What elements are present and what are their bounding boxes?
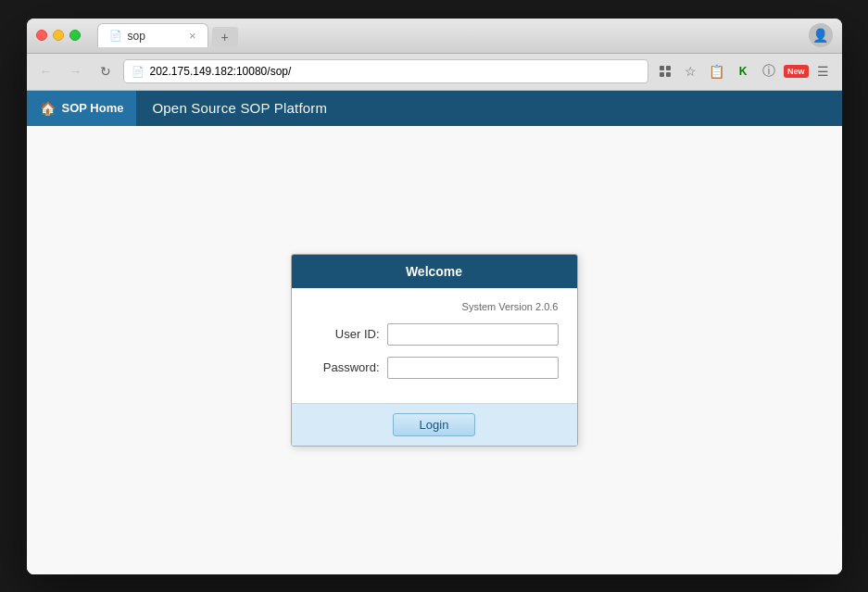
profile-button[interactable]: 👤: [809, 23, 833, 47]
user-id-label: User ID:: [310, 327, 380, 341]
toolbar-icons: ☆ 📋 K ⓘ New ☰: [654, 60, 835, 82]
password-row: Password:: [310, 357, 559, 379]
reading-list-icon[interactable]: 📋: [706, 60, 728, 82]
maximize-window-button[interactable]: [69, 30, 81, 41]
menu-icon[interactable]: ☰: [812, 60, 835, 82]
title-bar: 📄 sop × + 👤: [27, 19, 842, 54]
browser-window: 📄 sop × + 👤 ← → ↻ 📄 202.175.149.182:1008…: [27, 19, 842, 574]
login-card-header: Welcome: [292, 255, 577, 288]
svg-rect-1: [666, 66, 671, 70]
home-icon: 🏠: [40, 101, 56, 116]
traffic-lights: [36, 30, 81, 41]
svg-rect-0: [660, 66, 664, 70]
sop-home-button[interactable]: 🏠 SOP Home: [27, 91, 138, 126]
new-tab-button[interactable]: +: [212, 27, 238, 47]
app-title: Open Source SOP Platform: [137, 100, 327, 116]
nav-bar: ← → ↻ 📄 202.175.149.182:10080/sop/: [27, 54, 842, 91]
back-icon: ←: [40, 64, 53, 79]
tab-page-icon: 📄: [109, 30, 122, 42]
sop-home-label: SOP Home: [62, 101, 124, 115]
reload-button[interactable]: ↻: [94, 59, 118, 83]
login-card-footer: Login: [292, 403, 577, 446]
profile-icon: 👤: [812, 28, 828, 43]
page-icon: 📄: [132, 66, 145, 78]
user-id-row: User ID:: [310, 323, 559, 346]
svg-rect-2: [660, 72, 664, 77]
welcome-text: Welcome: [406, 264, 462, 279]
address-bar[interactable]: 📄 202.175.149.182:10080/sop/: [123, 59, 648, 83]
version-text: System Version 2.0.6: [310, 301, 559, 312]
kaspersky-icon[interactable]: K: [732, 60, 754, 82]
close-window-button[interactable]: [36, 30, 47, 41]
new-badge-button[interactable]: New: [784, 65, 809, 78]
tab-title: sop: [128, 30, 145, 43]
back-button[interactable]: ←: [34, 59, 58, 83]
password-input[interactable]: [387, 357, 559, 379]
svg-rect-3: [666, 72, 671, 77]
extension-icon[interactable]: [654, 60, 676, 82]
login-card: Welcome System Version 2.0.6 User ID: Pa…: [291, 254, 578, 447]
active-tab[interactable]: 📄 sop ×: [97, 23, 208, 47]
minimize-window-button[interactable]: [53, 30, 64, 41]
login-button[interactable]: Login: [393, 413, 476, 436]
info-icon[interactable]: ⓘ: [758, 60, 780, 82]
tab-bar: 📄 sop × +: [88, 23, 801, 47]
reload-icon: ↻: [100, 64, 111, 79]
tab-close-button[interactable]: ×: [189, 29, 196, 43]
address-text: 202.175.149.182:10080/sop/: [150, 65, 640, 78]
forward-button[interactable]: →: [64, 59, 88, 83]
bookmark-icon[interactable]: ☆: [680, 60, 702, 82]
app-header: 🏠 SOP Home Open Source SOP Platform: [27, 91, 842, 126]
address-domain: 202.175.149.182:10080/sop/: [150, 65, 292, 78]
forward-icon: →: [69, 64, 82, 79]
password-label: Password:: [310, 360, 380, 374]
user-id-input[interactable]: [387, 323, 559, 346]
main-area: Welcome System Version 2.0.6 User ID: Pa…: [27, 126, 842, 574]
login-card-body: System Version 2.0.6 User ID: Password:: [292, 288, 577, 403]
page-content: 🏠 SOP Home Open Source SOP Platform Welc…: [27, 91, 842, 574]
